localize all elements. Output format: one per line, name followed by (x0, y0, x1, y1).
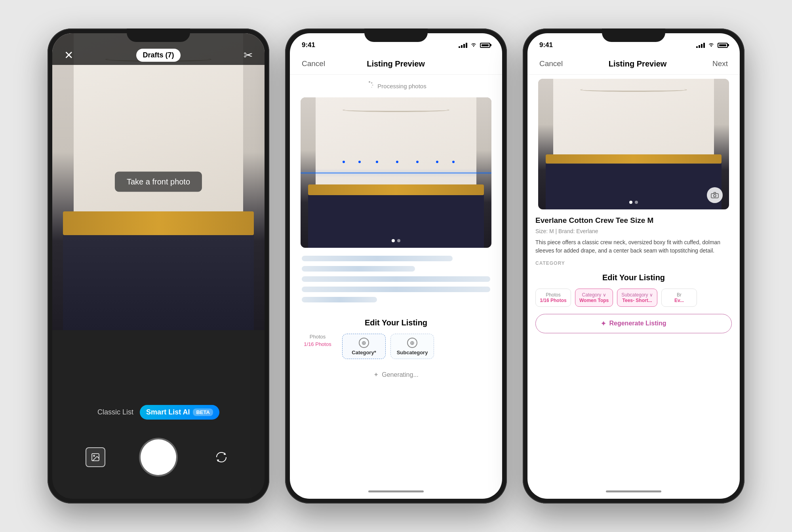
cancel-button[interactable]: Cancel (539, 59, 563, 68)
svg-point-3 (371, 82, 373, 84)
smart-list-label: Smart List AI (146, 408, 190, 416)
wifi-icon (470, 42, 477, 48)
gallery-icon[interactable] (86, 447, 105, 467)
category-tab-name: Category* (352, 350, 376, 355)
signal-icon (696, 42, 705, 48)
brand-top-label: Br (666, 292, 693, 298)
listing-tabs: Photos 1/16 Photos ⊕ Category* ⊕ (298, 334, 494, 361)
image-indicators (629, 201, 638, 204)
category-tab-box: ⊕ Category* (342, 334, 386, 359)
jeans (63, 235, 254, 330)
brand-tab[interactable]: Br Ev... (661, 289, 697, 307)
close-icon[interactable]: ✕ (64, 49, 73, 62)
product-image (538, 79, 729, 209)
nav-bar: Cancel Listing Preview Next (527, 53, 740, 75)
product-description: This piece offers a classic crew neck, o… (535, 238, 732, 255)
camera-photo-area: Take a front photo (52, 33, 265, 330)
indicator-1 (629, 201, 632, 204)
category-value: Women Tops (579, 298, 609, 303)
li-belt (308, 184, 484, 195)
svg-point-4 (372, 84, 373, 86)
notch (127, 28, 190, 42)
category-tab[interactable]: ⊕ Category* (342, 334, 386, 359)
listing-screen: 9:41 Can (527, 33, 740, 499)
photos-tab-label: Photos (310, 334, 326, 340)
category-tab-box: Category ∨ Women Tops (575, 289, 613, 307)
subcategory-tab-box: ⊕ Subcategory (390, 334, 434, 359)
screen-content: 9:41 Can (290, 33, 502, 499)
cancel-button[interactable]: Cancel (302, 59, 325, 68)
scissors-icon[interactable]: ✂ (244, 49, 253, 62)
svg-point-1 (93, 455, 95, 456)
product-title: Everlane Cotton Crew Tee Size M (535, 216, 732, 226)
regen-label: Regenerate Listing (609, 320, 666, 327)
battery-icon (718, 43, 728, 48)
wifi-icon (708, 42, 714, 48)
status-icons (696, 42, 728, 48)
signal-icon (459, 42, 467, 48)
subcategory-tab[interactable]: Subcategory ∨ Tees- Short... (617, 289, 657, 307)
svg-rect-6 (711, 194, 718, 198)
skeleton-loading (290, 248, 502, 310)
next-button[interactable]: Next (712, 59, 728, 68)
edit-listing-title: Edit Your Listing (298, 318, 494, 327)
camera-flip-icon[interactable] (211, 447, 231, 467)
mode-smart-button[interactable]: Smart List AI BETA (140, 405, 219, 420)
generating-text: Generating... (382, 371, 419, 378)
shutter-button[interactable] (141, 439, 176, 475)
camera-background: ✕ Drafts (7) ✂ Take a front photo Classi… (52, 33, 265, 499)
category-label: CATEGORY (535, 260, 732, 266)
product-info: Everlane Cotton Crew Tee Size M Size: M … (527, 209, 740, 268)
photos-tab-box: Photos 1/16 Photos (535, 289, 571, 307)
skeleton-line-5 (302, 297, 377, 302)
phone-listing: 9:41 Can (523, 28, 744, 504)
camera-mode-bar: Classic List Smart List AI BETA (52, 405, 265, 420)
drafts-badge[interactable]: Drafts (7) (136, 49, 180, 62)
subcategory-top-label: Subcategory ∨ (621, 292, 653, 298)
regen-icon: ✦ (601, 320, 606, 327)
scan-line (301, 173, 491, 173)
subcategory-tab[interactable]: ⊕ Subcategory (390, 334, 434, 359)
nav-title: Listing Preview (367, 59, 425, 68)
processing-text: Processing photos (377, 83, 426, 89)
phone-processing: 9:41 Can (285, 28, 507, 504)
skeleton-line-2 (302, 266, 415, 272)
camera-controls (52, 439, 265, 475)
beta-badge: BETA (193, 408, 213, 416)
indicator-2 (635, 201, 638, 204)
svg-point-2 (369, 81, 370, 83)
camera-overlay-text: Take a front photo (115, 172, 202, 192)
photos-tab[interactable]: Photos 1/16 Photos (535, 289, 571, 307)
edit-listing-section: Edit Your Listing Photos 1/16 Photos Cat… (527, 268, 740, 308)
image-indicators (392, 239, 400, 242)
belt (63, 211, 254, 235)
svg-point-5 (371, 87, 372, 88)
indicator-1 (392, 239, 395, 242)
category-tab[interactable]: Category ∨ Women Tops (575, 289, 613, 307)
brand-value: Ev... (666, 298, 693, 303)
brand-tab-box: Br Ev... (661, 289, 697, 307)
phone-camera: ✕ Drafts (7) ✂ Take a front photo Classi… (48, 28, 269, 504)
generating-bar: ✦ Generating... (290, 365, 502, 385)
sparkle-icon: ✦ (373, 371, 379, 378)
edit-listing-section: Edit Your Listing Photos 1/16 Photos ⊕ C… (290, 310, 502, 365)
category-icon: ⊕ (359, 338, 369, 348)
subcategory-icon: ⊕ (407, 338, 417, 348)
photos-top-label: Photos (540, 292, 567, 298)
photos-tab[interactable]: Photos 1/16 Photos (298, 334, 337, 359)
mode-classic-label[interactable]: Classic List (97, 408, 133, 416)
skeleton-line-3 (302, 276, 490, 282)
screen-content: 9:41 Can (527, 33, 740, 499)
nav-title: Listing Preview (609, 59, 667, 68)
camera-overlay-icon[interactable] (707, 187, 723, 203)
battery-icon (480, 43, 490, 48)
listing-person (538, 79, 729, 209)
regenerate-button[interactable]: ✦ Regenerate Listing (535, 314, 732, 333)
spinner-icon (366, 81, 373, 91)
edit-listing-title: Edit Your Listing (535, 273, 732, 282)
home-indicator (368, 490, 424, 492)
processing-bar: Processing photos (290, 75, 502, 97)
status-icons (459, 42, 490, 48)
nav-bar: Cancel Listing Preview (290, 53, 502, 75)
home-indicator (606, 490, 661, 492)
